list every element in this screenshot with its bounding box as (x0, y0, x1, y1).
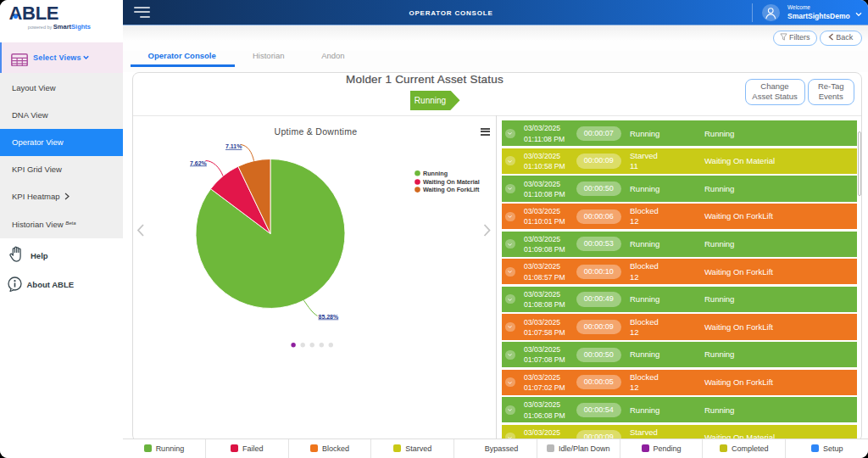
svg-text:7.62%: 7.62% (190, 160, 208, 166)
svg-text:7.11%: 7.11% (225, 143, 242, 149)
svg-text:Waiting On Material: Waiting On Material (423, 178, 480, 186)
svg-text:Waiting On ForkLift: Waiting On ForkLift (423, 186, 480, 193)
svg-text:Running: Running (423, 170, 448, 177)
svg-text:85.28%: 85.28% (318, 314, 339, 320)
